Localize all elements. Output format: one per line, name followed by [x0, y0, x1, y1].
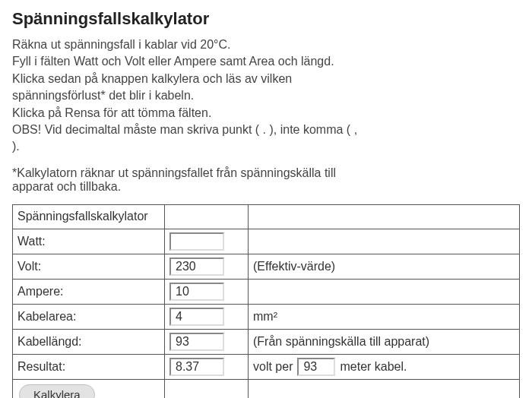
watt-input[interactable] [169, 232, 224, 251]
ampere-label: Ampere: [13, 279, 165, 304]
resultat-suffix: meter kabel. [340, 360, 407, 374]
kabellangd-input[interactable] [169, 333, 224, 351]
ampere-extra [249, 279, 520, 304]
resultat-output[interactable] [169, 358, 224, 376]
calculator-table: Spänningsfallskalkylator Watt: Volt: (Ef… [12, 204, 520, 398]
table-row: Resultat: volt per meter kabel. [13, 354, 520, 379]
intro-line: Räkna ut spänningsfall i kablar vid 20°C… [12, 36, 362, 53]
intro-line: Klicka sedan på knappen kalkylera och lä… [12, 71, 362, 105]
table-header-row: Spänningsfallskalkylator [13, 204, 520, 229]
table-empty-cell [249, 204, 520, 229]
table-row: Kabellängd: (Från spänningskälla till ap… [13, 329, 520, 354]
kabelarea-input[interactable] [169, 308, 224, 326]
resultat-label: Resultat: [13, 354, 165, 379]
intro-line: OBS! Vid decimaltal måste man skriva pun… [12, 122, 362, 156]
kabelarea-label: Kabelarea: [13, 304, 165, 329]
resultat-prefix: volt per [253, 360, 293, 374]
volt-input[interactable] [169, 257, 224, 276]
button-row: Kalkylera Rensa [13, 379, 520, 398]
table-header-cell: Spänningsfallskalkylator [13, 204, 165, 229]
volt-extra: (Effektiv-värde) [249, 254, 520, 279]
kabelarea-extra: mm² [249, 304, 520, 329]
kabellangd-label: Kabellängd: [13, 329, 165, 354]
table-empty-cell [165, 204, 249, 229]
calculate-button[interactable]: Kalkylera [19, 384, 95, 398]
table-empty-cell [249, 379, 520, 398]
table-row: Volt: (Effektiv-värde) [13, 254, 520, 279]
table-empty-cell [165, 379, 249, 398]
watt-label: Watt: [13, 229, 165, 254]
intro-text: Räkna ut spänningsfall i kablar vid 20°C… [12, 36, 362, 156]
table-row: Kabelarea: mm² [13, 304, 520, 329]
intro-line: Klicka på Rensa för att tömma fälten. [12, 105, 362, 122]
resultat-length-output[interactable] [297, 358, 335, 376]
ampere-input[interactable] [169, 283, 224, 301]
footnote-text: *Kalkylatorn räknar ut spänningsfallet f… [12, 166, 347, 194]
resultat-extra: volt per meter kabel. [253, 358, 407, 376]
volt-label: Volt: [13, 254, 165, 279]
kabellangd-extra: (Från spänningskälla till apparat) [249, 329, 520, 354]
intro-line: Fyll i fälten Watt och Volt eller Ampere… [12, 53, 362, 70]
table-row: Ampere: [13, 279, 520, 304]
watt-extra [249, 229, 520, 254]
page-title: Spänningsfallskalkylator [12, 9, 520, 29]
table-row: Watt: [13, 229, 520, 254]
